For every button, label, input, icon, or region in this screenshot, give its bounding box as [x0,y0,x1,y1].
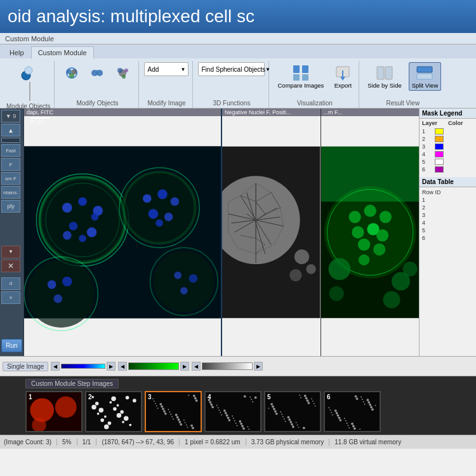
modify-obj-btn3[interactable] [110,62,135,84]
svg-point-210 [347,425,348,426]
step-thumb-4[interactable]: 4 [204,391,261,432]
add-dropdown-btn[interactable]: Add ▼ [144,62,188,76]
svg-point-195 [312,400,314,402]
tool-sm-f[interactable]: sm F [1,172,20,185]
mask-legend-grid: Layer Color [420,119,476,128]
split-view-btn[interactable]: Split View [409,62,442,91]
svg-point-123 [155,403,156,404]
svg-point-106 [113,407,117,411]
svg-point-115 [188,395,189,396]
legend-row: 6 [422,166,473,173]
modify-obj-btn1[interactable] [60,62,84,84]
zoom-indicator: ▼ 9 [1,110,20,122]
svg-point-212 [363,401,364,402]
svg-point-80 [328,258,350,281]
channel-blue-right-arrow[interactable]: ▶ [107,362,116,371]
legend-row: 4 [422,150,473,158]
svg-point-201 [311,398,312,399]
data-table-row: 5 [422,227,473,234]
legend-color-box [435,128,444,135]
svg-point-206 [364,404,366,405]
tool-placeholder1[interactable] [1,138,20,143]
data-table-header: Row ID [422,189,441,195]
channel-gray-slider[interactable] [202,362,253,370]
svg-point-177 [268,407,270,409]
svg-point-40 [171,197,180,206]
tab-custom-module[interactable]: Custom Module [31,46,94,59]
channel-green-slider[interactable] [128,362,179,370]
ribbon-group-modify-image: Add ▼ Modify Image [140,61,193,108]
svg-point-53 [180,287,188,294]
channel-green-right-arrow[interactable]: ▶ [180,362,189,371]
tool-fast[interactable]: Fast [1,144,20,157]
svg-point-215 [338,416,340,419]
step-thumb-1[interactable]: 1 [25,391,83,432]
tool-d[interactable]: d [1,277,20,290]
status-zoom: 5% [62,439,77,446]
svg-point-183 [315,406,316,407]
svg-point-131 [169,411,170,413]
ribbon-group-visualization: Compare Images Export Visualization [270,61,359,108]
svg-point-150 [235,423,237,424]
image-panel-fluorescence[interactable]: dapi, FITC 57 µm [24,109,222,356]
tab-help[interactable]: Help [3,46,31,58]
tool-chevron-up[interactable]: ▲ [1,124,20,136]
step-thumb-6[interactable]: 6 [324,391,381,432]
image-panel-segmentation[interactable]: Negative Nuclei F, Positi... [222,109,419,356]
tool-v[interactable]: v [1,291,20,304]
channel-green: ◀ ▶ [118,362,189,371]
svg-point-144 [237,425,238,426]
step-images-row: 123456 [25,391,473,432]
svg-point-230 [359,428,360,430]
svg-point-128 [193,395,195,397]
svg-point-184 [274,410,277,413]
channel-gray-left-arrow[interactable]: ◀ [192,362,201,371]
step-thumb-2[interactable]: 2 [85,391,142,432]
side-by-side-btn[interactable]: Side by Side [364,62,404,91]
run-button[interactable]: Run [1,339,22,352]
svg-point-122 [194,397,197,400]
svg-point-192 [288,418,291,421]
tool-apply[interactable]: ply [1,200,20,213]
svg-point-97 [120,410,124,414]
legend-row-num: 3 [422,143,432,150]
compare-images-btn[interactable]: Compare Images [274,62,327,91]
svg-point-46 [48,281,56,289]
legend-color-box [435,136,444,142]
channel-gray-right-arrow[interactable]: ▶ [254,362,263,371]
channel-blue-slider[interactable] [61,364,105,369]
tool-f[interactable]: F [1,158,20,171]
svg-point-224 [360,397,362,398]
modify-obj-btn2[interactable] [85,62,109,84]
legend-color-box [435,143,444,150]
svg-point-95 [111,397,116,402]
channel-green-left-arrow[interactable]: ◀ [118,362,127,371]
tool-arrow-down[interactable]: ▼ [1,246,20,258]
svg-rect-141 [206,392,260,431]
export-visualization-btn[interactable]: Export [331,62,355,91]
svg-point-155 [226,414,228,417]
ribbon-group-label-result-view: Result View [386,100,420,108]
channel-blue-left-arrow[interactable]: ◀ [51,362,60,371]
svg-point-214 [331,412,332,413]
step-thumb-num: 4 [208,393,211,400]
data-rows: 123456 [422,196,473,242]
tool-contains[interactable]: ntains. [1,186,20,199]
svg-point-126 [178,418,180,421]
svg-point-149 [227,416,230,419]
step-thumb-5[interactable]: 5 [264,391,321,432]
channel-bar: Single Image ◀ ▶ ◀ ▶ ◀ ▶ [0,356,476,376]
svg-point-107 [117,413,122,418]
find-spherical-btn[interactable]: Find Spherical Objects ▼ [198,62,265,76]
svg-point-93 [104,416,107,418]
ribbon-group-label-3d: 3D Functions [213,100,251,108]
legend-row: 1 [422,128,473,135]
svg-point-181 [299,395,300,396]
module-objects-btn[interactable] [17,62,41,103]
svg-point-136 [159,403,162,406]
svg-point-217 [354,427,356,430]
tool-close[interactable]: ✕ [1,260,20,272]
step-thumb-3[interactable]: 3 [145,391,202,432]
svg-point-196 [272,406,274,408]
data-table-cell: 2 [422,204,435,211]
